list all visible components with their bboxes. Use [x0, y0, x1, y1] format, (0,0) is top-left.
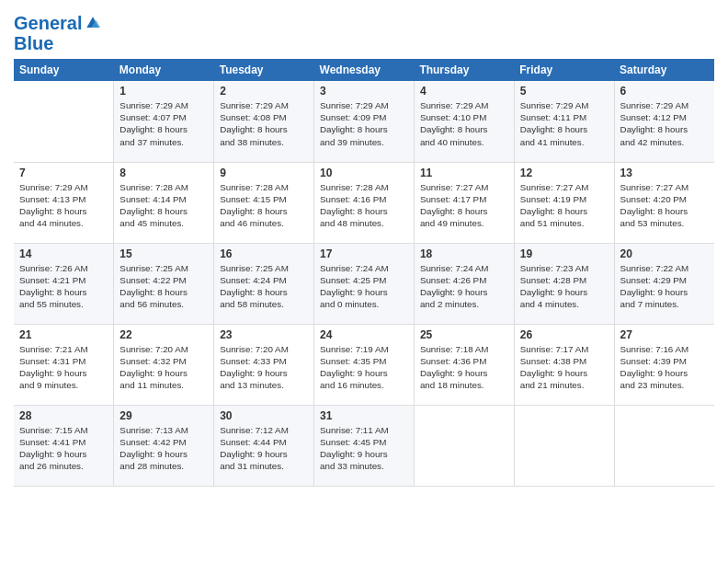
day-cell-3-1: 22Sunrise: 7:20 AM Sunset: 4:32 PM Dayli… — [114, 324, 214, 405]
day-number: 25 — [420, 328, 508, 341]
day-info: Sunrise: 7:11 AM Sunset: 4:45 PM Dayligh… — [320, 424, 408, 473]
day-number: 31 — [320, 409, 408, 422]
weekday-header-wednesday: Wednesday — [314, 59, 415, 81]
day-cell-0-3: 3Sunrise: 7:29 AM Sunset: 4:09 PM Daylig… — [314, 81, 415, 162]
day-cell-2-1: 15Sunrise: 7:25 AM Sunset: 4:22 PM Dayli… — [114, 243, 214, 324]
day-info: Sunrise: 7:20 AM Sunset: 4:33 PM Dayligh… — [220, 343, 308, 392]
day-cell-3-3: 24Sunrise: 7:19 AM Sunset: 4:35 PM Dayli… — [314, 324, 415, 405]
day-info: Sunrise: 7:29 AM Sunset: 4:11 PM Dayligh… — [520, 99, 609, 148]
day-number: 11 — [420, 167, 508, 179]
day-number: 9 — [220, 167, 308, 179]
logo-text: General — [14, 13, 82, 33]
day-info: Sunrise: 7:27 AM Sunset: 4:19 PM Dayligh… — [520, 181, 609, 230]
day-cell-4-1: 29Sunrise: 7:13 AM Sunset: 4:42 PM Dayli… — [114, 405, 214, 486]
day-number: 16 — [220, 247, 308, 260]
weekday-header-saturday: Saturday — [614, 59, 714, 81]
day-number: 30 — [220, 409, 308, 422]
page-container: General Blue SundayMondayTuesdayWednesda… — [0, 0, 728, 496]
day-cell-4-6 — [614, 405, 714, 486]
day-number: 19 — [520, 247, 609, 260]
day-number: 20 — [620, 247, 709, 260]
weekday-header-monday: Monday — [114, 59, 214, 81]
day-number: 23 — [220, 328, 308, 341]
day-cell-2-3: 17Sunrise: 7:24 AM Sunset: 4:25 PM Dayli… — [314, 243, 415, 324]
day-number: 6 — [620, 85, 709, 98]
day-cell-0-1: 1Sunrise: 7:29 AM Sunset: 4:07 PM Daylig… — [114, 81, 214, 162]
day-cell-3-6: 27Sunrise: 7:16 AM Sunset: 4:39 PM Dayli… — [614, 324, 714, 405]
day-info: Sunrise: 7:21 AM Sunset: 4:31 PM Dayligh… — [19, 343, 108, 392]
day-cell-1-3: 10Sunrise: 7:28 AM Sunset: 4:16 PM Dayli… — [314, 162, 415, 243]
calendar-table: SundayMondayTuesdayWednesdayThursdayFrid… — [14, 59, 714, 487]
day-cell-2-0: 14Sunrise: 7:26 AM Sunset: 4:21 PM Dayli… — [14, 243, 114, 324]
day-info: Sunrise: 7:16 AM Sunset: 4:39 PM Dayligh… — [620, 343, 709, 392]
day-info: Sunrise: 7:15 AM Sunset: 4:41 PM Dayligh… — [19, 424, 108, 473]
day-cell-0-0 — [14, 81, 114, 162]
logo-blue-text: Blue — [14, 33, 102, 53]
day-info: Sunrise: 7:13 AM Sunset: 4:42 PM Dayligh… — [119, 424, 208, 473]
day-cell-0-2: 2Sunrise: 7:29 AM Sunset: 4:08 PM Daylig… — [214, 81, 314, 162]
day-number: 8 — [119, 167, 208, 179]
day-info: Sunrise: 7:28 AM Sunset: 4:16 PM Dayligh… — [320, 181, 408, 230]
day-number: 3 — [320, 85, 408, 98]
day-number: 18 — [420, 247, 508, 260]
day-info: Sunrise: 7:23 AM Sunset: 4:28 PM Dayligh… — [520, 262, 609, 311]
day-cell-1-4: 11Sunrise: 7:27 AM Sunset: 4:17 PM Dayli… — [414, 162, 514, 243]
day-cell-4-2: 30Sunrise: 7:12 AM Sunset: 4:44 PM Dayli… — [214, 405, 314, 486]
page-header: General Blue — [14, 9, 714, 53]
day-number: 26 — [520, 328, 609, 341]
day-number: 5 — [520, 85, 609, 98]
day-cell-2-6: 20Sunrise: 7:22 AM Sunset: 4:29 PM Dayli… — [614, 243, 714, 324]
day-cell-2-4: 18Sunrise: 7:24 AM Sunset: 4:26 PM Dayli… — [414, 243, 514, 324]
day-number: 12 — [520, 167, 609, 179]
day-info: Sunrise: 7:22 AM Sunset: 4:29 PM Dayligh… — [620, 262, 709, 311]
week-row-0: 1Sunrise: 7:29 AM Sunset: 4:07 PM Daylig… — [14, 81, 714, 162]
day-cell-1-0: 7Sunrise: 7:29 AM Sunset: 4:13 PM Daylig… — [14, 162, 114, 243]
day-cell-3-0: 21Sunrise: 7:21 AM Sunset: 4:31 PM Dayli… — [14, 324, 114, 405]
week-row-3: 21Sunrise: 7:21 AM Sunset: 4:31 PM Dayli… — [14, 324, 714, 405]
day-info: Sunrise: 7:26 AM Sunset: 4:21 PM Dayligh… — [19, 262, 108, 311]
day-number: 1 — [119, 85, 208, 98]
day-info: Sunrise: 7:29 AM Sunset: 4:12 PM Dayligh… — [620, 99, 709, 148]
day-info: Sunrise: 7:12 AM Sunset: 4:44 PM Dayligh… — [220, 424, 308, 473]
day-number: 22 — [119, 328, 208, 341]
day-info: Sunrise: 7:28 AM Sunset: 4:15 PM Dayligh… — [220, 181, 308, 230]
day-info: Sunrise: 7:25 AM Sunset: 4:22 PM Dayligh… — [119, 262, 208, 311]
weekday-header-sunday: Sunday — [14, 59, 114, 81]
logo-icon — [84, 14, 102, 32]
day-number: 2 — [220, 85, 308, 98]
day-cell-3-4: 25Sunrise: 7:18 AM Sunset: 4:36 PM Dayli… — [414, 324, 514, 405]
day-info: Sunrise: 7:18 AM Sunset: 4:36 PM Dayligh… — [420, 343, 508, 392]
day-info: Sunrise: 7:24 AM Sunset: 4:25 PM Dayligh… — [320, 262, 408, 311]
day-number: 28 — [19, 409, 108, 422]
day-cell-1-6: 13Sunrise: 7:27 AM Sunset: 4:20 PM Dayli… — [614, 162, 714, 243]
day-number: 13 — [620, 167, 709, 179]
day-info: Sunrise: 7:28 AM Sunset: 4:14 PM Dayligh… — [119, 181, 208, 230]
day-info: Sunrise: 7:19 AM Sunset: 4:35 PM Dayligh… — [320, 343, 408, 392]
weekday-header-row: SundayMondayTuesdayWednesdayThursdayFrid… — [14, 59, 714, 81]
day-info: Sunrise: 7:20 AM Sunset: 4:32 PM Dayligh… — [119, 343, 208, 392]
day-cell-2-5: 19Sunrise: 7:23 AM Sunset: 4:28 PM Dayli… — [514, 243, 614, 324]
week-row-2: 14Sunrise: 7:26 AM Sunset: 4:21 PM Dayli… — [14, 243, 714, 324]
day-info: Sunrise: 7:27 AM Sunset: 4:17 PM Dayligh… — [420, 181, 508, 230]
day-cell-1-2: 9Sunrise: 7:28 AM Sunset: 4:15 PM Daylig… — [214, 162, 314, 243]
day-info: Sunrise: 7:17 AM Sunset: 4:38 PM Dayligh… — [520, 343, 609, 392]
day-number: 29 — [119, 409, 208, 422]
weekday-header-tuesday: Tuesday — [214, 59, 314, 81]
day-info: Sunrise: 7:29 AM Sunset: 4:07 PM Dayligh… — [119, 99, 208, 148]
day-cell-3-2: 23Sunrise: 7:20 AM Sunset: 4:33 PM Dayli… — [214, 324, 314, 405]
day-number: 17 — [320, 247, 408, 260]
day-cell-2-2: 16Sunrise: 7:25 AM Sunset: 4:24 PM Dayli… — [214, 243, 314, 324]
week-row-4: 28Sunrise: 7:15 AM Sunset: 4:41 PM Dayli… — [14, 405, 714, 486]
day-cell-0-6: 6Sunrise: 7:29 AM Sunset: 4:12 PM Daylig… — [614, 81, 714, 162]
day-info: Sunrise: 7:29 AM Sunset: 4:08 PM Dayligh… — [220, 99, 308, 148]
day-cell-0-4: 4Sunrise: 7:29 AM Sunset: 4:10 PM Daylig… — [414, 81, 514, 162]
day-info: Sunrise: 7:27 AM Sunset: 4:20 PM Dayligh… — [620, 181, 709, 230]
day-cell-3-5: 26Sunrise: 7:17 AM Sunset: 4:38 PM Dayli… — [514, 324, 614, 405]
day-number: 21 — [19, 328, 108, 341]
day-cell-4-3: 31Sunrise: 7:11 AM Sunset: 4:45 PM Dayli… — [314, 405, 415, 486]
weekday-header-friday: Friday — [514, 59, 614, 81]
week-row-1: 7Sunrise: 7:29 AM Sunset: 4:13 PM Daylig… — [14, 162, 714, 243]
logo: General Blue — [14, 13, 102, 53]
day-number: 10 — [320, 167, 408, 179]
day-number: 7 — [19, 167, 108, 179]
